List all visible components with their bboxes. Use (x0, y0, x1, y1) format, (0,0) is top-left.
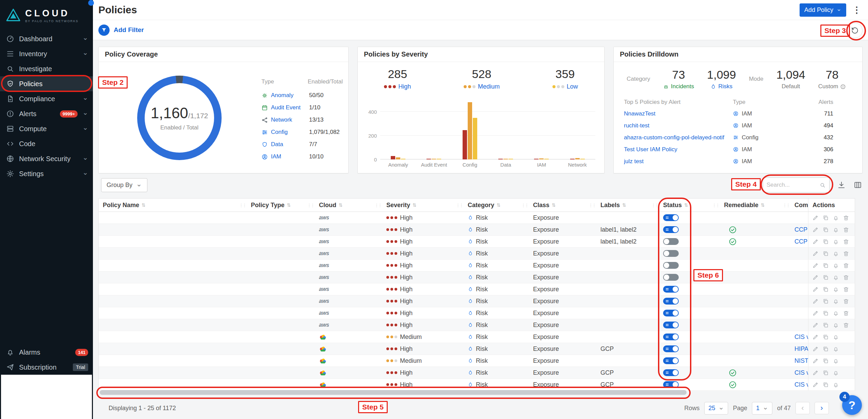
column-resize-handle[interactable]: ⋮⋮ (456, 203, 463, 208)
policy-link[interactable]: Test User IAM Policy (624, 146, 733, 153)
compliance-link[interactable]: CCP (790, 224, 808, 235)
category-label: Risk (476, 333, 488, 341)
status-toggle[interactable] (663, 345, 679, 352)
group-by-button[interactable]: Group By ⌄ (101, 178, 147, 192)
sidebar-collapse-button[interactable] (88, 0, 94, 6)
status-toggle[interactable] (663, 369, 679, 376)
sidebar-item-compliance[interactable]: Compliance⌄ (0, 91, 93, 106)
column-resize-handle[interactable]: ⋮⋮ (712, 203, 719, 208)
column-resize-handle[interactable]: ⋮⋮ (783, 203, 789, 208)
compliance-link[interactable]: CIS v (790, 331, 808, 343)
column-header-severity[interactable]: Severity⇅⋮⋮ (382, 199, 464, 212)
risks-link[interactable]: Risks (707, 83, 736, 90)
sort-icon[interactable]: ⇅ (413, 202, 417, 208)
sidebar-item-policies[interactable]: Policies (0, 76, 93, 91)
sidebar-item-dashboard[interactable]: Dashboard⌄ (0, 31, 93, 46)
column-resize-handle[interactable]: ⋮⋮ (589, 203, 595, 208)
status-toggle[interactable] (663, 357, 679, 364)
column-resize-handle[interactable]: ⋮⋮ (800, 203, 807, 208)
sort-icon[interactable]: ⇅ (552, 202, 556, 208)
policy-link[interactable]: ruchit-test (624, 122, 733, 129)
column-header-policy_name[interactable]: Policy Name⇅⋮⋮ (99, 199, 247, 212)
status-toggle[interactable] (663, 381, 679, 388)
column-header-policy_type[interactable]: Policy Type⇅⋮⋮ (247, 199, 315, 212)
sort-icon[interactable]: ⇅ (287, 202, 291, 208)
sidebar-item-alarms[interactable]: Alarms141 (0, 345, 93, 360)
coverage-type-link[interactable]: IAM (261, 153, 309, 160)
policy-link[interactable]: julz test (624, 158, 733, 165)
sort-icon[interactable]: ⇅ (761, 202, 765, 208)
compliance-link[interactable]: NIST (790, 355, 808, 367)
column-resize-handle[interactable]: ⋮⋮ (521, 203, 528, 208)
column-header-actions[interactable]: Actions (808, 199, 854, 212)
compliance-link[interactable]: HIPA (790, 343, 808, 355)
column-header-compliance[interactable]: Comp⋮⋮ (790, 199, 808, 212)
status-toggle[interactable] (663, 310, 679, 316)
status-toggle[interactable] (663, 274, 679, 281)
compliance-link[interactable]: CIS v (790, 367, 808, 378)
column-resize-handle[interactable]: ⋮⋮ (374, 203, 381, 208)
column-settings-button[interactable] (853, 181, 862, 189)
edit-icon (812, 334, 819, 340)
next-page-button[interactable]: › (815, 402, 829, 414)
column-resize-handle[interactable]: ⋮⋮ (651, 203, 658, 208)
sort-icon[interactable]: ⇅ (142, 202, 146, 208)
sort-icon[interactable]: ⇅ (339, 202, 343, 208)
previous-page-button[interactable]: ‹ (795, 402, 810, 414)
sidebar-item-inventory[interactable]: Inventory⌄ (0, 46, 93, 61)
sidebar-item-settings[interactable]: Settings⌄ (0, 166, 93, 181)
incidents-link[interactable]: Incidents (663, 83, 694, 90)
coverage-type-link[interactable]: Network (261, 117, 309, 123)
sidebar-item-code[interactable]: Code (0, 136, 93, 151)
severity-link[interactable]: Low (552, 83, 578, 90)
add-policy-button[interactable]: Add Policy ⌄ (800, 3, 846, 17)
coverage-type-link[interactable]: Audit Event (261, 104, 309, 111)
add-filter-button[interactable]: Add Filter (114, 26, 144, 34)
coverage-type-link[interactable]: Data (261, 141, 309, 148)
toggle-knob (673, 382, 678, 387)
column-header-labels[interactable]: Labels⇅⋮⋮ (596, 199, 659, 212)
status-toggle[interactable] (663, 238, 679, 245)
column-resize-handle[interactable]: ⋮⋮ (307, 203, 314, 208)
sort-icon[interactable]: ⇅ (622, 202, 626, 208)
column-header-status[interactable]: Status⇅⋮⋮ (659, 199, 720, 212)
status-toggle[interactable] (663, 298, 679, 305)
column-resize-handle[interactable]: ⋮⋮ (239, 203, 246, 208)
compliance-link[interactable]: CCP (790, 236, 808, 247)
policy-link[interactable]: ahazra-custom-config-pol-delayed-notif (624, 134, 733, 141)
download-button[interactable] (837, 181, 846, 189)
page-select[interactable]: 1⌄ (752, 402, 772, 415)
status-toggle[interactable] (663, 250, 679, 257)
status-toggle[interactable] (663, 226, 679, 233)
status-toggle[interactable] (663, 262, 679, 269)
policy-link[interactable]: NnawazTest (624, 110, 733, 117)
severity-link[interactable]: High (384, 83, 411, 90)
rows-per-page-select[interactable]: 25⌄ (704, 402, 728, 415)
column-header-remediable[interactable]: Remediable⇅⋮⋮ (720, 199, 790, 212)
sidebar-item-subscription[interactable]: SubscriptionTrial (0, 360, 93, 375)
help-button[interactable]: ? 4 (842, 395, 862, 415)
column-header-category[interactable]: Category⇅⋮⋮ (464, 199, 529, 212)
status-toggle[interactable] (663, 333, 679, 340)
sidebar-item-alerts[interactable]: Alerts9999+⌄ (0, 106, 93, 121)
column-header-cloud[interactable]: Cloud⇅⋮⋮ (315, 199, 382, 212)
reset-filters-button[interactable] (847, 23, 863, 38)
horizontal-scrollbar[interactable] (100, 390, 687, 395)
status-toggle[interactable] (663, 214, 679, 221)
sidebar-item-network-security[interactable]: Network Security⌄ (0, 151, 93, 166)
kebab-menu-button[interactable]: ⋮ (851, 4, 863, 16)
dot (468, 85, 471, 88)
sidebar-item-compute[interactable]: Compute⌄ (0, 121, 93, 136)
sidebar-item-investigate[interactable]: Investigate (0, 61, 93, 76)
severity-link[interactable]: Medium (464, 83, 500, 90)
coverage-type-link[interactable]: Config (261, 129, 309, 136)
status-toggle[interactable] (663, 286, 679, 293)
coverage-type-link[interactable]: Anomaly (261, 92, 309, 99)
search-input[interactable] (767, 182, 817, 188)
column-header-class[interactable]: Class⇅⋮⋮ (529, 199, 596, 212)
sort-icon[interactable]: ⇅ (684, 202, 688, 208)
gcp-icon (319, 334, 327, 340)
status-toggle[interactable] (663, 322, 679, 328)
sort-icon[interactable]: ⇅ (497, 202, 501, 208)
compliance-link[interactable]: CIS v (790, 379, 808, 390)
